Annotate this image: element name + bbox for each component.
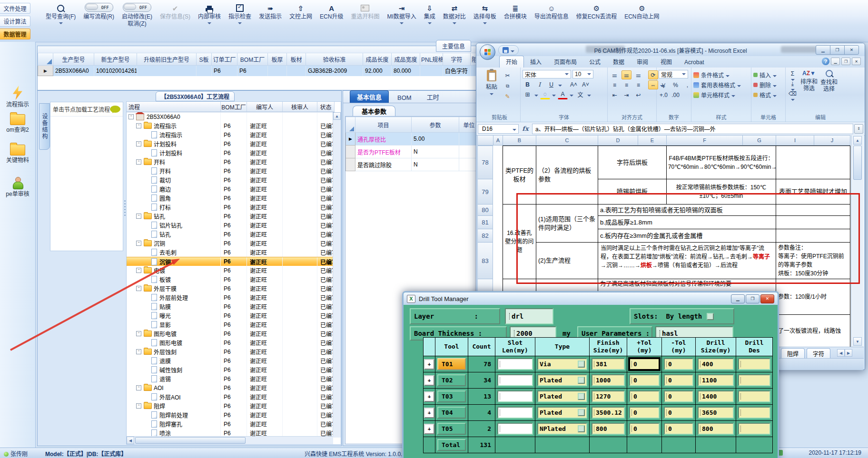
tab-main-info[interactable]: 主要信息 xyxy=(436,40,471,52)
tree-row-外层前处理[interactable]: 外层前处理P6谢正旺已编写 xyxy=(127,293,341,302)
minus-tol-input[interactable]: 0 xyxy=(664,407,693,419)
cell-empty[interactable] xyxy=(776,229,850,243)
comma-button[interactable]: , xyxy=(682,81,692,90)
grid-cell[interactable]: GJB362B-2009 xyxy=(306,66,363,76)
align-top-button[interactable]: ⚌ xyxy=(610,70,620,79)
tree-row-流程指示[interactable]: −流程指示P6谢正旺已编写 xyxy=(127,121,341,130)
minus-tol-input[interactable]: 0 xyxy=(664,423,693,435)
qat-dropdown-icon[interactable] xyxy=(511,50,514,52)
finish-size-input[interactable]: 800 xyxy=(592,423,625,435)
cell-c78[interactable]: （2）各流程的烘板参数 xyxy=(536,146,598,205)
toolbar-button-MI数据导入[interactable]: ⇥MI数据导入 xyxy=(383,0,420,25)
formula-expand-icon[interactable]: ⇕ xyxy=(854,124,863,134)
format-as-table-button[interactable]: 套用表格格式 xyxy=(693,80,749,90)
add-row-icon[interactable]: + xyxy=(424,391,434,402)
drill-des-input[interactable] xyxy=(738,407,770,419)
cell-empty[interactable] xyxy=(776,215,850,229)
expand-box-icon[interactable]: − xyxy=(136,268,141,273)
cell-i85[interactable]: 了一次板镀流程，线路蚀 xyxy=(776,314,850,347)
drill-des-input[interactable] xyxy=(738,390,770,402)
column-header-D[interactable]: D xyxy=(598,135,638,146)
tree-vertical-scrollbar[interactable]: ▲ xyxy=(333,112,341,438)
tree-row-图形电镀[interactable]: 图形电镀P6谢正旺已编写 xyxy=(127,338,341,347)
cell-b78[interactable]: 类PTFE的板材 xyxy=(503,146,536,205)
toolbar-button-指示检查[interactable]: 指示检查 xyxy=(225,0,255,25)
params-column-参数[interactable]: 参数 xyxy=(412,117,459,133)
column-header-G[interactable]: G xyxy=(742,135,776,146)
toolbar-button-导出流程信息[interactable]: ☺导出流程信息 xyxy=(531,0,572,21)
plus-tol-input[interactable]: 0 xyxy=(629,374,660,386)
tree-row-开料[interactable]: −开料P6谢正旺已编写 xyxy=(127,157,341,166)
toolbar-button-发送指示[interactable]: ➠发送指示 xyxy=(255,0,286,21)
cell-f79[interactable]: 按正常喷锡前烘板参数烘板：150℃±10℃；60±5min xyxy=(666,179,776,205)
tree-horizontal-scrollbar[interactable]: ◀ xyxy=(127,436,333,444)
grid-cell[interactable]: P6 xyxy=(237,66,268,76)
workbook-close-button[interactable]: ✕ xyxy=(852,58,861,65)
expand-box-icon[interactable]: − xyxy=(136,403,141,409)
align-left-button[interactable]: ≡ xyxy=(610,80,620,89)
drill-row-T04[interactable]: +T044Plated3500.12003650 xyxy=(423,404,772,420)
tree-row-开料[interactable]: 开料P6谢正旺已编写 xyxy=(127,166,341,175)
type-select[interactable]: Via xyxy=(537,358,587,370)
autosum-button[interactable]: Σ xyxy=(788,70,798,79)
tab-process-flow[interactable]: 【2B53X066A0】工艺流程 xyxy=(156,91,235,101)
drill-row-T01[interactable]: +T0178Via38100400 xyxy=(423,356,772,372)
scroll-down-icon[interactable]: ▼ xyxy=(853,337,862,346)
bold-button[interactable]: B xyxy=(523,80,533,89)
tree-row-电镀[interactable]: −电镀P6谢正旺已编写 xyxy=(127,266,341,275)
clear-button[interactable]: ⌫ xyxy=(788,90,798,99)
expand-box-icon[interactable]: − xyxy=(136,331,141,336)
sidebar-item-pe单审核[interactable]: pe单审核 xyxy=(0,177,35,197)
expand-box-icon[interactable]: − xyxy=(136,241,141,246)
minimize-button[interactable]: ▁ xyxy=(731,294,745,303)
tab-device-structure[interactable]: 设备结构 xyxy=(39,103,50,150)
nav-tab-数据管理[interactable]: 数据管理 xyxy=(0,29,30,39)
slot-len-input[interactable] xyxy=(497,423,533,435)
toolbar-button-数据对比[interactable]: ⇄数据对比 xyxy=(439,0,470,25)
grid-column-验收标准[interactable]: 验收标准 xyxy=(306,53,363,66)
fill-color-button[interactable]: ◌ xyxy=(540,89,550,99)
quick-access-toolbar[interactable] xyxy=(498,45,519,55)
column-header-F[interactable]: F xyxy=(666,135,743,146)
grid-cell[interactable]: P6 xyxy=(212,66,237,76)
ribbon-tab-页面布局[interactable]: 页面布局 xyxy=(548,56,583,68)
tree-column-BOM工厂[interactable]: BOM工厂 xyxy=(221,102,247,112)
save-icon[interactable] xyxy=(503,47,509,53)
plus-tol-input[interactable]: 0 xyxy=(629,358,660,370)
font-size-select[interactable]: 10 xyxy=(572,70,593,78)
tree-row-计划投料[interactable]: −计划投料P6谢正旺已编写 xyxy=(127,139,341,148)
tree-row-流程指示[interactable]: 流程指示P6谢正旺已编写 xyxy=(127,130,341,139)
tree-row-钻孔[interactable]: −钻孔P6谢正旺已编写 xyxy=(127,212,341,221)
expand-box-icon[interactable]: − xyxy=(136,214,141,219)
drill-size-input[interactable]: 1400 xyxy=(698,390,734,402)
restore-button[interactable]: ❐ xyxy=(830,45,845,55)
row-header-83[interactable]: 83 xyxy=(477,242,493,279)
scrollbar-thumb[interactable] xyxy=(853,146,862,180)
grid-column-订单工厂[interactable]: 订单工厂 xyxy=(212,53,237,66)
drill-des-input[interactable] xyxy=(738,358,770,370)
dropdown-icon[interactable] xyxy=(207,22,211,24)
increase-decimal-button[interactable]: +.0 xyxy=(659,91,669,100)
tree-row-图形电镀[interactable]: −图形电镀P6谢正旺已编写 xyxy=(127,329,341,338)
dropdown-icon[interactable] xyxy=(238,22,242,24)
expand-box-icon[interactable]: − xyxy=(136,159,141,165)
toolbar-button-集成[interactable]: ⇩集成 xyxy=(420,0,439,25)
row-header-78[interactable]: 78 xyxy=(477,146,493,179)
drill-des-input[interactable] xyxy=(738,423,770,435)
finish-size-input[interactable]: 381 xyxy=(592,358,625,370)
tree-column-流程[interactable]: 流程 xyxy=(127,102,221,112)
ribbon-tab-开始[interactable]: 开始 xyxy=(499,56,524,68)
sheet-vertical-scrollbar[interactable]: ▲ ▼ xyxy=(851,135,863,347)
column-header-C[interactable]: C xyxy=(536,135,598,146)
align-center-button[interactable]: ≡ xyxy=(621,80,631,89)
tree-row-钻孔[interactable]: 钻孔P6谢正旺已编写 xyxy=(127,230,341,239)
workbook-minimize-button[interactable]: ▁ xyxy=(831,58,840,65)
grow-font-button[interactable]: A˄ xyxy=(569,80,579,89)
drill-size-input[interactable]: 800 xyxy=(698,423,734,435)
add-row-icon[interactable]: + xyxy=(424,359,434,370)
workbook-restore-button[interactable]: ❐ xyxy=(841,58,850,65)
sidebar-item-om查询2[interactable]: om查询2 xyxy=(0,114,35,133)
toolbar-button-修复ECN丢流程[interactable]: ⚙修复ECN丢流程 xyxy=(572,0,621,21)
tree-row-阻焊塞孔[interactable]: 阻焊塞孔P6谢正旺已编写 xyxy=(127,419,341,429)
nav-tab-设计算法[interactable]: 设计算法 xyxy=(0,16,30,27)
